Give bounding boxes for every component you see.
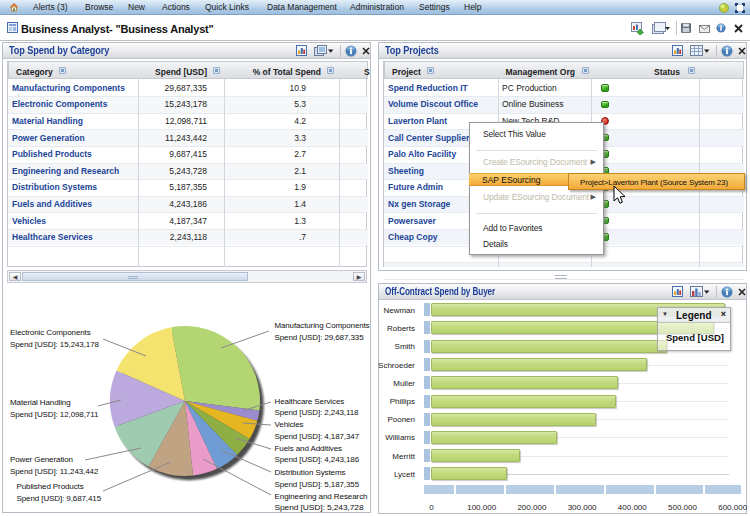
svg-text:Electronic Components: Electronic Components: [10, 328, 91, 337]
svg-text:Spend [USD]: 9,687,415: Spend [USD]: 9,687,415: [17, 494, 102, 503]
svg-text:Spend [USD]: 5,187,355: Spend [USD]: 5,187,355: [275, 480, 360, 489]
svg-text:Spend [USD]: 12,098,711: Spend [USD]: 12,098,711: [10, 410, 99, 419]
svg-text:Spend [USD]: 29,687,335: Spend [USD]: 29,687,335: [275, 333, 365, 342]
svg-text:Engineering and Research: Engineering and Research: [275, 492, 368, 501]
svg-text:Healthcare Services: Healthcare Services: [275, 397, 345, 406]
svg-text:Distribution Systems: Distribution Systems: [275, 468, 346, 477]
svg-text:Power Generation: Power Generation: [10, 455, 73, 464]
svg-text:Material Handling: Material Handling: [10, 398, 71, 407]
svg-text:Vehicles: Vehicles: [275, 420, 304, 429]
svg-text:Spend [USD]: 5,243,728: Spend [USD]: 5,243,728: [275, 503, 365, 512]
svg-text:Published Products: Published Products: [17, 482, 84, 491]
svg-text:Spend [USD]: 4,243,186: Spend [USD]: 4,243,186: [275, 455, 360, 464]
svg-text:Spend [USD]: 11,243,442: Spend [USD]: 11,243,442: [10, 467, 99, 476]
svg-text:Fuels and Additives: Fuels and Additives: [275, 444, 343, 453]
svg-text:Spend [USD]: 4,187,347: Spend [USD]: 4,187,347: [275, 432, 360, 441]
svg-text:Spend [USD]: 15,243,178: Spend [USD]: 15,243,178: [10, 340, 100, 349]
svg-text:Spend [USD]: 2,243,118: Spend [USD]: 2,243,118: [275, 408, 360, 417]
